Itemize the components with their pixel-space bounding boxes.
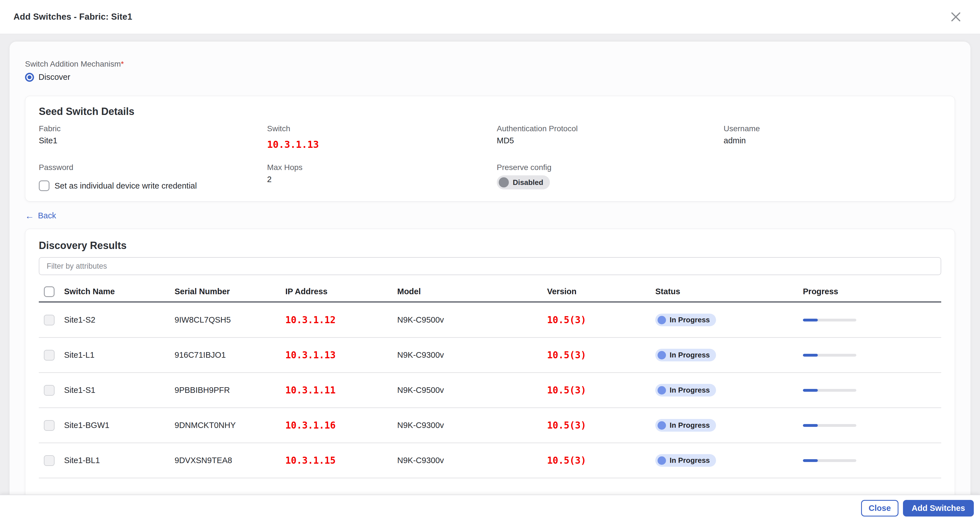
row-checkbox[interactable] xyxy=(44,455,54,466)
cell-progress xyxy=(803,424,941,427)
dialog-content: Switch Addition Mechanism* Discover Seed… xyxy=(0,34,980,521)
table-row[interactable]: Site1-BL1 9DVXSN9TEA8 10.3.1.15 N9K-C930… xyxy=(39,443,941,478)
max-hops-label: Max Hops xyxy=(267,163,497,172)
cell-serial-number: 9IW8CL7QSH5 xyxy=(175,315,285,324)
column-version: Version xyxy=(547,287,655,296)
content-panel: Switch Addition Mechanism* Discover Seed… xyxy=(10,41,970,521)
close-icon xyxy=(950,11,962,23)
field-username: Username admin xyxy=(724,124,941,150)
cell-progress xyxy=(803,319,941,321)
status-text: In Progress xyxy=(670,386,710,394)
select-all-checkbox[interactable] xyxy=(44,286,54,297)
toggle-knob-icon xyxy=(499,177,509,187)
field-preserve-config: Preserve config Disabled xyxy=(497,163,724,191)
close-button[interactable]: Close xyxy=(861,500,899,516)
status-text: In Progress xyxy=(670,456,710,465)
table-row[interactable]: Site1-L1 916C71IBJO1 10.3.1.13 N9K-C9300… xyxy=(39,338,941,373)
cell-ip-address: 10.3.1.15 xyxy=(285,455,397,466)
seed-switch-details-title: Seed Switch Details xyxy=(39,106,941,118)
seed-fields-row1: Fabric Site1 Switch 10.3.1.13 Authentica… xyxy=(39,124,941,150)
cell-version: 10.5(3) xyxy=(547,455,655,466)
discover-radio-label: Discover xyxy=(38,73,70,82)
cell-version: 10.5(3) xyxy=(547,349,655,361)
row-checkbox[interactable] xyxy=(44,315,54,326)
switch-value: 10.3.1.13 xyxy=(267,139,497,150)
preserve-config-value: Disabled xyxy=(513,178,543,187)
discovery-results-card: Discovery Results Switch Name Serial Num… xyxy=(25,229,955,521)
field-authentication-protocol: Authentication Protocol MD5 xyxy=(497,124,724,150)
cell-model: N9K-C9500v xyxy=(397,386,547,395)
progress-fill xyxy=(803,319,818,321)
column-switch-name: Switch Name xyxy=(64,287,175,296)
column-progress: Progress xyxy=(803,287,941,296)
filter-input[interactable] xyxy=(39,257,941,275)
table-row[interactable]: Site1-S2 9IW8CL7QSH5 10.3.1.12 N9K-C9500… xyxy=(39,303,941,338)
cell-model: N9K-C9500v xyxy=(397,315,547,324)
cell-model: N9K-C9300v xyxy=(397,421,547,430)
cell-serial-number: 9PBBIBH9PFR xyxy=(175,386,285,395)
table-row[interactable]: Site1-S1 9PBBIBH9PFR 10.3.1.11 N9K-C9500… xyxy=(39,373,941,408)
cell-switch-name: Site1-BL1 xyxy=(64,456,175,465)
cell-version: 10.5(3) xyxy=(547,315,655,326)
status-text: In Progress xyxy=(670,316,710,324)
progress-fill xyxy=(803,424,818,427)
cell-switch-name: Site1-L1 xyxy=(64,350,175,360)
status-dot-icon xyxy=(657,316,666,324)
status-badge: In Progress xyxy=(655,384,803,397)
back-link[interactable]: ← Back xyxy=(25,211,56,220)
username-value: admin xyxy=(724,136,941,145)
status-text: In Progress xyxy=(670,351,710,359)
dialog-footer: Close Add Switches xyxy=(0,495,980,521)
discovery-results-title: Discovery Results xyxy=(39,240,941,251)
cell-version: 10.5(3) xyxy=(547,385,655,396)
back-arrow-icon: ← xyxy=(25,211,34,220)
table-header-row: Switch Name Serial Number IP Address Mod… xyxy=(39,282,941,303)
status-dot-icon xyxy=(657,351,666,359)
cell-model: N9K-C9300v xyxy=(397,456,547,465)
add-switches-button[interactable]: Add Switches xyxy=(903,500,974,516)
table-body: Site1-S2 9IW8CL7QSH5 10.3.1.12 N9K-C9500… xyxy=(39,303,941,478)
password-label: Password xyxy=(39,163,267,172)
write-credential-checkbox[interactable] xyxy=(39,180,49,191)
radio-selected-icon[interactable] xyxy=(25,73,34,82)
progress-bar xyxy=(803,459,856,462)
preserve-config-toggle[interactable]: Disabled xyxy=(497,175,550,189)
row-checkbox[interactable] xyxy=(44,420,54,431)
cell-switch-name: Site1-BGW1 xyxy=(64,421,175,430)
cell-switch-name: Site1-S2 xyxy=(64,315,175,324)
max-hops-value: 2 xyxy=(267,175,497,184)
cell-version: 10.5(3) xyxy=(547,420,655,431)
cell-serial-number: 9DVXSN9TEA8 xyxy=(175,456,285,465)
status-badge: In Progress xyxy=(655,314,803,326)
status-badge: In Progress xyxy=(655,419,803,432)
progress-bar xyxy=(803,354,856,357)
status-dot-icon xyxy=(657,456,666,465)
write-credential-checkbox-row[interactable]: Set as individual device write credentia… xyxy=(39,180,267,191)
status-badge: In Progress xyxy=(655,349,803,361)
row-checkbox[interactable] xyxy=(44,385,54,396)
table-row[interactable]: Site1-BGW1 9DNMCKT0NHY 10.3.1.16 N9K-C93… xyxy=(39,408,941,443)
field-max-hops: Max Hops 2 xyxy=(267,163,497,191)
cell-ip-address: 10.3.1.13 xyxy=(285,349,397,361)
column-status: Status xyxy=(655,287,803,296)
status-text: In Progress xyxy=(670,421,710,430)
column-model: Model xyxy=(397,287,547,296)
field-fabric: Fabric Site1 xyxy=(39,124,267,150)
cell-model: N9K-C9300v xyxy=(397,350,547,360)
cell-switch-name: Site1-S1 xyxy=(64,386,175,395)
authentication-protocol-label: Authentication Protocol xyxy=(497,124,724,133)
close-dialog-button[interactable] xyxy=(948,9,964,25)
progress-bar xyxy=(803,319,856,321)
seed-fields-row2: Password Set as individual device write … xyxy=(39,163,941,191)
back-link-label: Back xyxy=(38,211,56,220)
cell-progress xyxy=(803,354,941,357)
discover-radio-option[interactable]: Discover xyxy=(25,73,955,82)
authentication-protocol-value: MD5 xyxy=(497,136,724,145)
fabric-value: Site1 xyxy=(39,136,267,145)
row-checkbox[interactable] xyxy=(44,350,54,361)
field-switch: Switch 10.3.1.13 xyxy=(267,124,497,150)
preserve-config-label: Preserve config xyxy=(497,163,724,172)
seed-switch-details-card: Seed Switch Details Fabric Site1 Switch … xyxy=(25,96,955,202)
status-badge: In Progress xyxy=(655,454,803,467)
discovery-table: Switch Name Serial Number IP Address Mod… xyxy=(39,282,941,478)
